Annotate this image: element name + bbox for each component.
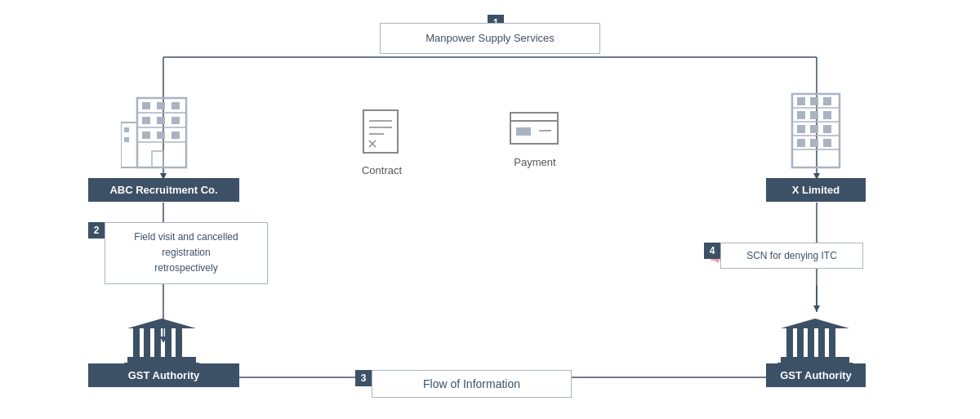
gst-right-box: GST Authority [766,363,866,387]
manpower-box: Manpower Supply Services [380,23,600,54]
svg-rect-59 [133,328,140,357]
svg-rect-22 [157,102,165,109]
svg-rect-19 [142,102,150,109]
svg-rect-70 [818,328,825,357]
svg-rect-24 [157,131,165,139]
svg-rect-40 [516,127,531,136]
scn-box: SCN for denying ITC [720,243,863,269]
x-limited-box: X Limited [766,178,866,202]
svg-rect-52 [823,111,831,119]
svg-marker-9 [813,305,820,312]
svg-rect-68 [797,328,804,357]
svg-rect-73 [781,357,849,363]
svg-rect-21 [142,131,150,139]
svg-marker-72 [781,319,849,328]
svg-rect-65 [127,357,196,363]
abc-building-icon [121,82,203,175]
svg-rect-31 [152,151,163,167]
svg-rect-71 [829,328,835,357]
svg-rect-61 [154,328,161,357]
svg-rect-67 [786,328,793,357]
svg-rect-50 [797,111,805,119]
svg-rect-25 [172,102,180,109]
svg-rect-60 [144,328,150,357]
svg-rect-20 [142,117,150,124]
payment-label: Payment [506,156,564,168]
svg-rect-51 [810,111,818,119]
svg-rect-62 [165,328,172,357]
svg-rect-26 [172,117,180,124]
abc-box: ABC Recruitment Co. [88,178,239,202]
svg-rect-23 [157,117,165,124]
contract-icon: Contract [359,106,404,176]
badge-4: 4 [704,243,720,259]
svg-rect-57 [810,139,818,147]
payment-icon: Payment [506,106,564,168]
field-visit-box: Field visit and cancelledregistrationret… [105,222,268,284]
svg-rect-48 [810,97,818,105]
svg-marker-64 [127,319,196,328]
svg-rect-69 [808,328,814,357]
svg-rect-56 [797,139,805,147]
svg-rect-53 [797,125,805,133]
badge-2: 2 [88,222,105,238]
svg-rect-27 [172,131,180,139]
x-limited-building-icon [774,82,860,175]
svg-rect-32 [363,110,398,153]
contract-label: Contract [359,164,404,176]
flow-box: Flow of Information [372,370,572,398]
svg-rect-63 [176,328,182,357]
svg-rect-58 [823,139,831,147]
diagram-container: 1 Manpower Supply Services [0,0,980,419]
svg-rect-29 [124,127,129,132]
gst-left-box: GST Authority [88,363,239,387]
badge-3: 3 [355,370,372,386]
svg-rect-54 [810,125,818,133]
svg-rect-47 [797,97,805,105]
svg-rect-30 [124,137,129,142]
svg-rect-55 [823,125,831,133]
svg-rect-49 [823,97,831,105]
